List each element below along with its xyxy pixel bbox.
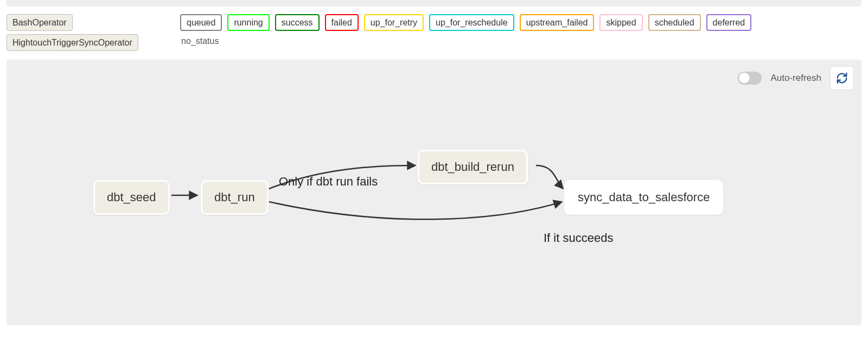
status-upstream-failed[interactable]: upstream_failed xyxy=(520,14,595,31)
top-strip xyxy=(7,0,861,7)
refresh-icon xyxy=(836,72,848,84)
operator-pill-hightouch[interactable]: HightouchTriggerSyncOperator xyxy=(7,34,138,51)
status-up-for-retry[interactable]: up_for_retry xyxy=(364,14,424,31)
auto-refresh-label: Auto-refresh xyxy=(770,73,821,84)
legend-bar: BashOperator HightouchTriggerSyncOperato… xyxy=(0,7,868,55)
graph-toolbar: Auto-refresh xyxy=(738,66,854,90)
task-node-dbt-seed[interactable]: dbt_seed xyxy=(93,180,170,215)
status-running[interactable]: running xyxy=(227,14,269,31)
status-skipped[interactable]: skipped xyxy=(599,14,642,31)
auto-refresh-toggle[interactable] xyxy=(738,72,762,85)
refresh-button[interactable] xyxy=(830,66,854,90)
status-legend: queued running success failed up_for_ret… xyxy=(180,14,861,48)
status-row: queued running success failed up_for_ret… xyxy=(180,14,861,31)
status-up-for-reschedule[interactable]: up_for_reschedule xyxy=(429,14,514,31)
status-success[interactable]: success xyxy=(275,14,320,31)
graph-area[interactable]: Auto-refresh dbt_seed dbt_run dbt_build_… xyxy=(7,60,861,325)
task-node-dbt-build-rerun[interactable]: dbt_build_rerun xyxy=(418,150,528,184)
operator-legend: BashOperator HightouchTriggerSyncOperato… xyxy=(7,14,158,51)
task-node-dbt-run[interactable]: dbt_run xyxy=(201,180,269,215)
status-deferred[interactable]: deferred xyxy=(706,14,752,31)
status-queued[interactable]: queued xyxy=(180,14,222,31)
status-scheduled[interactable]: scheduled xyxy=(648,14,701,31)
annotation-success-path: If it succeeds xyxy=(544,231,613,245)
annotation-fail-path: Only if dbt run fails xyxy=(279,175,378,189)
operator-pill-bash[interactable]: BashOperator xyxy=(7,14,73,31)
status-no-status: no_status xyxy=(180,34,861,48)
toggle-knob xyxy=(739,73,750,84)
task-node-sync-data-to-salesforce[interactable]: sync_data_to_salesforce xyxy=(564,180,723,215)
status-failed[interactable]: failed xyxy=(325,14,359,31)
